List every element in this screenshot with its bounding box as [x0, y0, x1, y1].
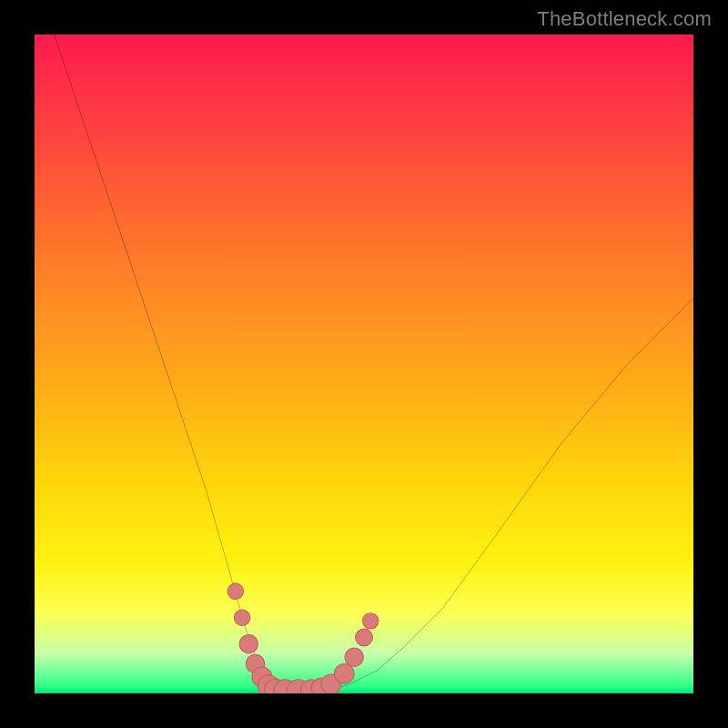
curve-marker: [234, 610, 249, 625]
curve-marker: [345, 648, 363, 666]
curve-marker: [228, 583, 243, 599]
watermark-text: TheBottleneck.com: [537, 7, 712, 31]
curve-marker: [363, 613, 379, 629]
curve-markers: [228, 583, 379, 693]
chart-frame: TheBottleneck.com: [0, 0, 728, 728]
bottleneck-curve: [55, 35, 693, 691]
curve-layer: [35, 35, 693, 693]
plot-area: [35, 35, 693, 693]
curve-marker: [356, 629, 373, 646]
curve-marker: [334, 663, 354, 683]
curve-marker: [239, 635, 258, 653]
